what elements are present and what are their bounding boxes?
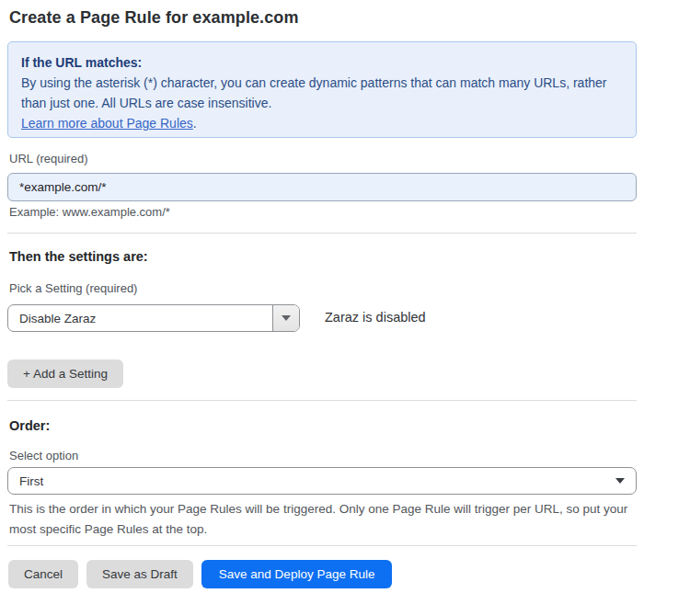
section-divider (7, 545, 637, 546)
setting-select-caret-button[interactable] (272, 305, 299, 331)
setting-select[interactable]: Disable Zaraz (7, 304, 300, 332)
order-select-value: First (19, 474, 43, 488)
page-rule-form: Create a Page Rule for example.com If th… (0, 0, 690, 616)
form-actions: Cancel Save as Draft Save and Deploy Pag… (8, 560, 392, 588)
link-period: . (193, 116, 197, 131)
section-divider (7, 400, 637, 401)
info-box-link-line: Learn more about Page Rules. (21, 113, 623, 133)
save-and-deploy-button[interactable]: Save and Deploy Page Rule (201, 560, 393, 588)
page-title: Create a Page Rule for example.com (9, 8, 299, 28)
url-field-label: URL (required) (9, 152, 88, 165)
url-input[interactable] (7, 173, 637, 201)
order-helper-text: This is the order in which your Page Rul… (9, 499, 633, 540)
url-match-info-box: If the URL matches: By using the asteris… (7, 41, 637, 138)
caret-down-icon (282, 315, 291, 321)
learn-more-link[interactable]: Learn more about Page Rules (21, 116, 193, 131)
setting-status-text: Zaraz is disabled (325, 310, 426, 325)
save-as-draft-button[interactable]: Save as Draft (86, 560, 193, 588)
add-setting-button[interactable]: + Add a Setting (7, 359, 123, 388)
pick-setting-label: Pick a Setting (required) (9, 281, 137, 295)
order-section-heading: Order: (9, 418, 50, 433)
order-select-label: Select option (9, 449, 78, 462)
info-box-body: By using the asterisk (*) character, you… (21, 73, 623, 113)
order-select[interactable]: First (7, 467, 637, 495)
info-box-heading: If the URL matches: (21, 52, 623, 73)
settings-section-heading: Then the settings are: (9, 249, 148, 264)
url-example-text: Example: www.example.com/* (9, 205, 170, 219)
section-divider (7, 233, 637, 234)
cancel-button[interactable]: Cancel (8, 560, 78, 588)
setting-select-value: Disable Zaraz (8, 312, 272, 325)
caret-down-icon (615, 478, 625, 484)
